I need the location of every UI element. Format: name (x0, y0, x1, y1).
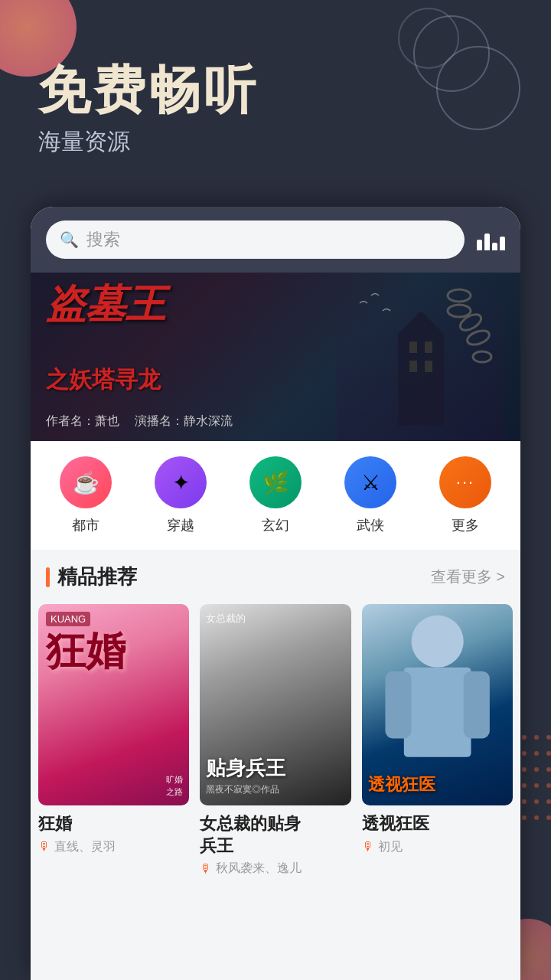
chart-bar-3 (492, 243, 497, 250)
book-cover-1: KUANG 狂婚 旷婚之路 (38, 604, 189, 805)
book1-badge: KUANG (46, 612, 90, 626)
bg-circle-3 (398, 8, 459, 69)
svg-rect-5 (398, 334, 444, 426)
banner-author: 作者名：萧也 (46, 413, 119, 430)
category-martial-label: 武侠 (357, 516, 384, 534)
svg-rect-13 (385, 671, 411, 739)
chart-bar-4 (500, 237, 505, 250)
svg-rect-8 (425, 341, 432, 353)
category-more-label: 更多 (452, 516, 479, 534)
category-city[interactable]: ☕ 都市 (60, 456, 112, 534)
book2-author: 🎙 秋风袭来、逸儿 (200, 861, 350, 877)
phone-mockup: 🔍 搜索 (31, 207, 520, 980)
svg-marker-6 (398, 311, 444, 334)
category-travel-label: 穿越 (167, 516, 194, 534)
search-bar-container: 🔍 搜索 (31, 207, 520, 273)
category-fantasy-label: 玄幻 (262, 516, 289, 534)
search-icon: 🔍 (60, 230, 79, 249)
svg-rect-12 (403, 668, 471, 757)
category-fantasy-icon: 🌿 (249, 456, 302, 508)
banner-main-title: 盗墓王 (46, 284, 165, 324)
category-travel[interactable]: ✦ 穿越 (155, 456, 207, 534)
book3-name: 透视狂医 (362, 813, 513, 835)
header-subtitle: 海量资源 (38, 126, 259, 158)
banner[interactable]: 盗墓王 之妖塔寻龙 作者名：萧也 演播名：静水深流 (31, 273, 520, 441)
header-section: 免费畅听 海量资源 (38, 61, 259, 158)
book2-top-label: 女总裁的 (206, 612, 246, 626)
book2-main-title: 贴身兵王 (206, 757, 344, 779)
book3-cover-title: 透视狂医 (368, 773, 507, 796)
book-item-2[interactable]: 女总裁的 贴身兵王 黑夜不寂寞◎作品 女总裁的贴身 兵王 🎙 秋风袭来、逸儿 (200, 604, 350, 877)
banner-sub-title: 之妖塔寻龙 (46, 364, 161, 396)
category-city-icon: ☕ (60, 456, 112, 508)
section-title: 精品推荐 (57, 564, 137, 590)
banner-narrator: 演播名：静水深流 (135, 413, 233, 430)
mic-icon-3: 🎙 (362, 840, 374, 854)
book2-author-text: 秋风袭来、逸儿 (216, 861, 302, 877)
category-city-label: 都市 (72, 516, 99, 534)
svg-rect-9 (409, 361, 417, 372)
mic-icon-2: 🎙 (200, 862, 212, 876)
category-travel-icon: ✦ (155, 456, 207, 508)
category-fantasy[interactable]: 🌿 玄幻 (249, 456, 302, 534)
svg-point-4 (473, 351, 491, 362)
book-item-1[interactable]: KUANG 狂婚 旷婚之路 狂婚 🎙 直线、灵羽 (38, 604, 189, 877)
header-title: 免费畅听 (38, 61, 259, 119)
search-placeholder-text: 搜索 (86, 228, 120, 251)
svg-rect-10 (425, 361, 432, 372)
category-more-icon: ··· (439, 456, 491, 508)
book-cover-3: 透视狂医 (362, 604, 513, 805)
book3-author-text: 初见 (378, 839, 403, 855)
chart-bar-1 (477, 240, 482, 250)
svg-point-0 (448, 289, 471, 302)
book-cover-2: 女总裁的 贴身兵王 黑夜不寂寞◎作品 (200, 604, 350, 805)
book1-author: 🎙 直线、灵羽 (38, 839, 189, 855)
section-more-button[interactable]: 查看更多 > (431, 567, 505, 587)
search-bar[interactable]: 🔍 搜索 (46, 220, 465, 259)
book1-author-text: 直线、灵羽 (54, 839, 116, 855)
book1-side-text: 旷婚之路 (166, 774, 183, 798)
svg-rect-7 (409, 341, 417, 353)
category-martial-icon: ⚔ (344, 456, 396, 508)
book3-author: 🎙 初见 (362, 839, 513, 855)
book1-name: 狂婚 (38, 813, 189, 835)
banner-decoration-svg (337, 273, 505, 441)
svg-rect-14 (463, 671, 489, 739)
banner-figure (337, 273, 505, 441)
mic-icon-1: 🎙 (38, 840, 51, 854)
book2-name: 女总裁的贴身 兵王 (200, 813, 350, 857)
chart-icon[interactable] (477, 229, 505, 250)
books-grid: KUANG 狂婚 旷婚之路 狂婚 🎙 直线、灵羽 女总裁的 贴身兵王 黑夜不寂寞… (31, 604, 520, 892)
chart-bar-2 (484, 234, 490, 250)
book-item-3[interactable]: 透视狂医 透视狂医 🎙 初见 (362, 604, 513, 877)
banner-meta: 作者名：萧也 演播名：静水深流 (46, 413, 233, 430)
section-header: 精品推荐 查看更多 > (31, 550, 520, 604)
section-bar-decoration (46, 567, 50, 587)
book1-cover-title: 狂婚 (46, 631, 126, 671)
svg-point-3 (465, 328, 491, 347)
book2-work-label: 黑夜不寂寞◎作品 (206, 783, 279, 796)
svg-point-11 (411, 616, 463, 668)
svg-point-1 (448, 305, 471, 317)
section-title-wrap: 精品推荐 (46, 564, 137, 590)
categories-section: ☕ 都市 ✦ 穿越 🌿 玄幻 ⚔ 武侠 ··· 更多 (31, 441, 520, 550)
category-martial[interactable]: ⚔ 武侠 (344, 456, 396, 534)
category-more[interactable]: ··· 更多 (439, 456, 491, 534)
